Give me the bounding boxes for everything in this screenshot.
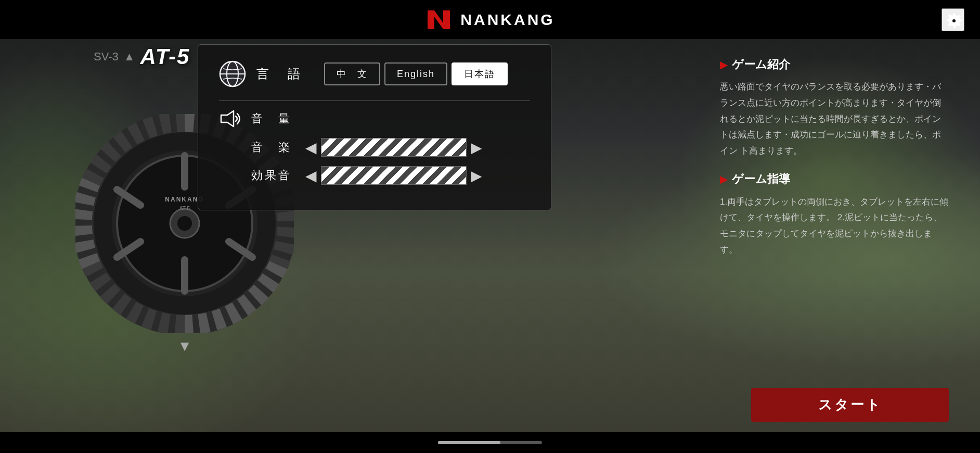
volume-label: 音 量 <box>251 111 293 127</box>
divider-1 <box>219 100 530 101</box>
volume-icon <box>219 109 243 129</box>
lang-chinese-button[interactable]: 中 文 <box>324 62 380 85</box>
model-selector: SV-3 ▲ AT-5 <box>94 44 190 69</box>
sfx-decrease-button[interactable]: ◀ <box>303 167 319 184</box>
section1-arrow: ▶ <box>720 56 728 73</box>
prev-model-label: SV-3 <box>94 50 119 64</box>
right-panel: ▶ ゲーム紹介 悪い路面でタイヤのバランスを取る必要があります・バランス点に近い… <box>720 44 949 427</box>
svg-text:AT-5: AT-5 <box>179 206 190 211</box>
gear-icon <box>943 9 965 32</box>
section1-title-row: ▶ ゲーム紹介 <box>720 55 949 74</box>
svg-point-2 <box>952 19 956 22</box>
nav-up-icon[interactable]: ▲ <box>124 50 135 64</box>
sfx-increase-button[interactable]: ▶ <box>469 167 484 184</box>
top-bar: NANKANG <box>0 0 980 39</box>
settings-panel: 言 語 中 文 English 日本語 音 量 音 楽 ◀ ▶ 効果音 ◀ ▶ <box>198 44 551 210</box>
lang-english-button[interactable]: English <box>384 62 447 85</box>
section1-body: 悪い路面でタイヤのバランスを取る必要があります・バランス点に近い方のポイントが高… <box>720 79 949 159</box>
section2-arrow: ▶ <box>720 170 728 188</box>
language-row: 言 語 中 文 English 日本語 <box>219 60 530 87</box>
music-label: 音 楽 <box>251 140 303 155</box>
section1-title: ゲーム紹介 <box>732 55 790 74</box>
music-increase-button[interactable]: ▶ <box>469 139 484 156</box>
svg-point-20 <box>220 61 245 86</box>
bottom-bar <box>0 432 980 453</box>
sfx-slider[interactable] <box>321 166 467 185</box>
scroll-indicator <box>438 441 542 444</box>
sfx-slider-row: 効果音 ◀ ▶ <box>219 166 530 185</box>
language-icon <box>219 60 246 87</box>
svg-point-14 <box>177 216 192 231</box>
music-decrease-button[interactable]: ◀ <box>303 139 319 156</box>
music-slider-row: 音 楽 ◀ ▶ <box>219 138 530 157</box>
section2-title: ゲーム指導 <box>732 169 790 188</box>
volume-row: 音 量 <box>219 109 530 129</box>
brand-name: NANKANG <box>460 11 555 29</box>
settings-button[interactable] <box>942 8 964 31</box>
language-label: 言 語 <box>256 66 303 82</box>
logo-n-icon <box>425 8 456 31</box>
current-model-label: AT-5 <box>140 44 190 69</box>
svg-marker-21 <box>221 111 234 127</box>
music-slider[interactable] <box>321 138 467 157</box>
language-buttons: 中 文 English 日本語 <box>324 62 508 85</box>
start-button[interactable]: スタート <box>751 388 949 422</box>
sfx-label: 効果音 <box>251 168 303 183</box>
section2-body: 1.両手はタブレットの両側におき、タブレットを左右に傾けて、タイヤを操作します。… <box>720 194 949 258</box>
scroll-thumb <box>438 441 500 444</box>
svg-marker-0 <box>428 10 450 29</box>
nav-down-icon[interactable]: ▼ <box>177 338 192 355</box>
lang-japanese-button[interactable]: 日本語 <box>452 62 508 85</box>
brand-logo: NANKANG <box>425 8 555 31</box>
section2-title-row: ▶ ゲーム指導 <box>720 169 949 188</box>
